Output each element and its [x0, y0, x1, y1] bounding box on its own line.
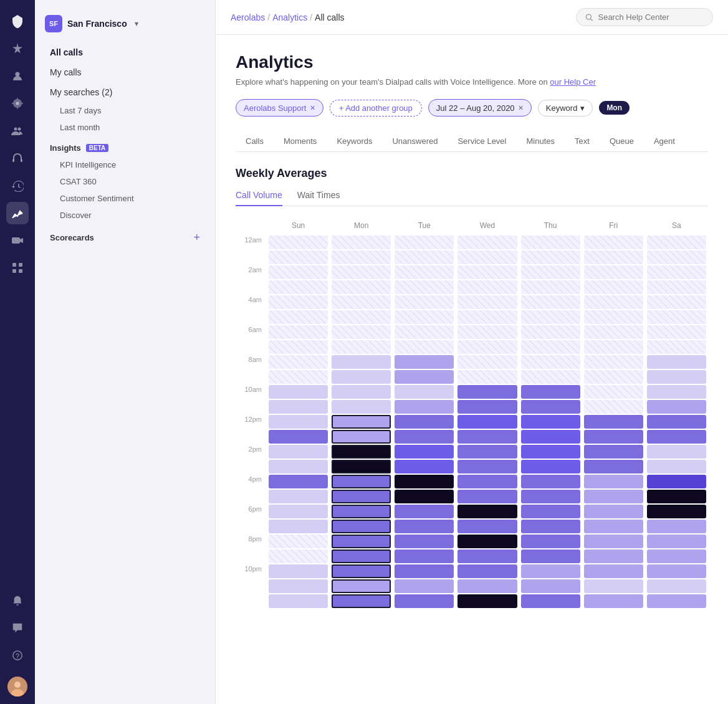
heatmap-cell — [457, 370, 517, 384]
video-icon[interactable] — [6, 229, 29, 252]
team-icon[interactable] — [6, 120, 29, 142]
tab-moments[interactable]: Moments — [274, 131, 327, 152]
sidebar-subitem-discover[interactable]: Discover — [35, 207, 215, 224]
group-filter-tag[interactable]: Aerolabs Support × — [236, 99, 323, 117]
heatmap-cell — [395, 520, 454, 533]
heatmap-cell — [332, 505, 391, 518]
gear-icon[interactable] — [6, 92, 29, 115]
heatmap-cell — [457, 579, 517, 593]
sidebar-item-my-searches[interactable]: My searches (2) — [35, 82, 215, 102]
heatmap-cell — [332, 235, 391, 249]
analytics-icon[interactable] — [6, 202, 29, 224]
breadcrumb-aerolabs[interactable]: Aerolabs — [231, 12, 265, 22]
breadcrumb-analytics[interactable]: Analytics — [272, 12, 307, 22]
heatmap-cell — [269, 355, 328, 369]
heatmap-cell — [521, 564, 580, 578]
heatmap-cell — [269, 445, 328, 459]
heatmap-cell — [269, 415, 328, 429]
headset-icon[interactable] — [6, 147, 29, 169]
add-scorecard-icon[interactable]: + — [193, 231, 200, 244]
heatmap-cell — [457, 505, 517, 518]
search-box[interactable] — [576, 8, 713, 26]
heatmap-cell — [647, 430, 706, 444]
tab-agent[interactable]: Agent — [644, 131, 685, 152]
sub-tab-call-volume[interactable]: Call Volume — [236, 190, 282, 206]
search-input[interactable] — [598, 12, 704, 22]
svg-rect-5 — [21, 159, 22, 162]
sparkle-icon[interactable] — [6, 37, 29, 60]
date-filter-tag[interactable]: Jul 22 – Aug 20, 2020 × — [428, 99, 532, 117]
keyword-dropdown[interactable]: Keyword ▾ — [538, 100, 593, 117]
sidebar-subitem-sentiment[interactable]: Customer Sentiment — [35, 190, 215, 207]
tab-service-level[interactable]: Service Level — [448, 131, 516, 152]
chevron-down-icon: ▾ — [135, 19, 138, 28]
sidebar-subitem-kpi[interactable]: KPI Intelligence — [35, 156, 215, 173]
heatmap-cell — [647, 564, 706, 578]
mon-badge[interactable]: Mon — [599, 101, 630, 115]
heatmap-cell — [457, 385, 517, 399]
heatmap-time-label: 8am — [236, 354, 267, 369]
user-avatar[interactable] — [7, 677, 27, 697]
heatmap-cell — [395, 564, 454, 578]
heatmap-cell — [269, 325, 328, 339]
heatmap-cell — [269, 460, 328, 473]
keyword-chevron-icon: ▾ — [580, 103, 585, 113]
heatmap-day-header: Wed — [456, 219, 519, 235]
heatmap-cell — [521, 490, 580, 503]
heatmap-time-label: 6pm — [236, 504, 267, 519]
heatmap-cell — [395, 579, 454, 593]
heatmap-cell — [395, 340, 454, 354]
heatmap-cell — [584, 310, 643, 324]
heatmap-time-label: 12am — [236, 235, 267, 250]
remove-date-icon[interactable]: × — [519, 103, 524, 113]
sidebar-item-all-calls[interactable]: All calls — [35, 42, 215, 62]
heatmap-cell — [521, 505, 580, 518]
heatmap-time-label: 4pm — [236, 474, 267, 489]
heatmap-cell — [269, 430, 328, 444]
help-icon[interactable]: ? — [6, 644, 29, 667]
tab-minutes[interactable]: Minutes — [517, 131, 565, 152]
heatmap-cell — [521, 295, 580, 309]
sub-tab-wait-times[interactable]: Wait Times — [297, 190, 340, 206]
apps-icon[interactable] — [6, 257, 29, 279]
heatmap-cell — [269, 564, 328, 578]
heatmap-cell — [269, 265, 328, 279]
page-title: Analytics — [236, 52, 708, 72]
tab-queue[interactable]: Queue — [600, 131, 644, 152]
sidebar-subitem-csat[interactable]: CSAT 360 — [35, 173, 215, 190]
heatmap-cell — [395, 370, 454, 384]
workspace-selector[interactable]: SF San Francisco ▾ — [35, 10, 215, 42]
heatmap-cell — [332, 520, 391, 533]
heatmap-cell — [332, 594, 391, 608]
tab-text[interactable]: Text — [565, 131, 600, 152]
add-group-button[interactable]: + Add another group — [330, 100, 422, 117]
sidebar-subitem-last7[interactable]: Last 7 days — [35, 102, 215, 119]
chat-icon[interactable] — [6, 617, 29, 639]
remove-group-icon[interactable]: × — [310, 103, 315, 113]
tab-keywords[interactable]: Keywords — [327, 131, 382, 152]
heatmap-cell — [395, 430, 454, 444]
heatmap-cell — [521, 355, 580, 369]
heatmap-cell — [584, 280, 643, 294]
heatmap-cell — [332, 445, 391, 459]
heatmap-cell — [395, 490, 454, 503]
logo-icon[interactable] — [6, 10, 29, 32]
breadcrumb-sep2: / — [310, 12, 312, 22]
heatmap-time-label: 8pm — [236, 534, 267, 549]
bell-icon[interactable] — [6, 589, 29, 612]
heatmap-cell — [395, 355, 454, 369]
sidebar-item-my-calls[interactable]: My calls — [35, 62, 215, 82]
history-icon[interactable] — [6, 174, 29, 197]
heatmap-cell — [521, 280, 580, 294]
heatmap-cell — [332, 549, 391, 563]
svg-text:?: ? — [16, 652, 19, 660]
tab-unanswered[interactable]: Unanswered — [382, 131, 448, 152]
heatmap-cell — [647, 415, 706, 429]
scorecards-label: Scorecards — [50, 233, 94, 242]
help-center-link[interactable]: our Help Cer — [550, 77, 596, 87]
heatmap-cell — [584, 325, 643, 339]
tab-calls[interactable]: Calls — [236, 131, 274, 152]
sidebar-subitem-lastmonth[interactable]: Last month — [35, 119, 215, 136]
svg-point-2 — [14, 128, 17, 131]
person-icon[interactable] — [6, 65, 29, 87]
